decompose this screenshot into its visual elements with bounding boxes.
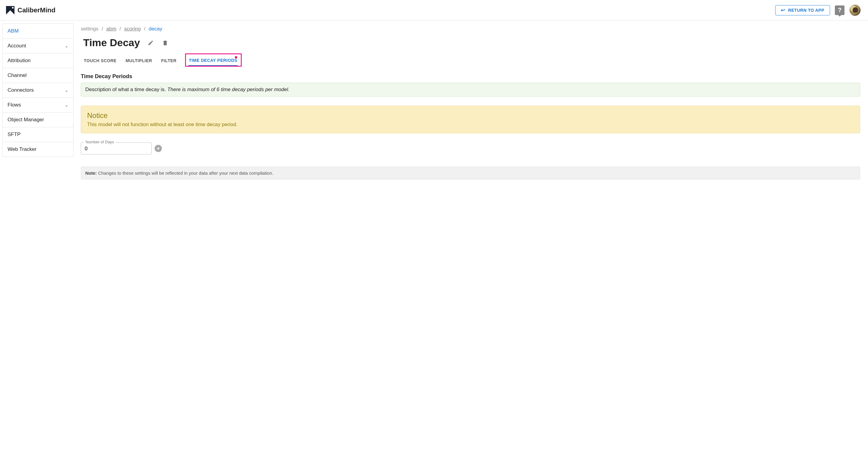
sidebar-item-label: Attribution bbox=[7, 58, 31, 64]
sidebar-item-flows[interactable]: Flows ⌄ bbox=[2, 97, 73, 113]
notice-text: This model will not function without at … bbox=[87, 122, 854, 127]
avatar[interactable] bbox=[849, 4, 861, 16]
trash-icon bbox=[162, 40, 168, 46]
crumb-abm[interactable]: abm bbox=[106, 26, 116, 32]
sidebar-item-channel[interactable]: Channel bbox=[2, 68, 73, 83]
sidebar-item-sftp[interactable]: SFTP bbox=[2, 127, 73, 142]
sidebar-item-attribution[interactable]: Attribution bbox=[2, 53, 73, 68]
page-title: Time Decay bbox=[83, 37, 140, 49]
logo-icon bbox=[6, 6, 14, 15]
header-actions: ↩ RETURN TO APP ? bbox=[775, 4, 861, 16]
sidebar: ABM Account ⌄ Attribution Channel Connec… bbox=[0, 21, 75, 192]
pencil-icon bbox=[148, 40, 154, 46]
description-text: Description of what a time decay is. bbox=[85, 87, 167, 92]
notice-title: Notice bbox=[87, 111, 854, 120]
description-box: Description of what a time decay is. The… bbox=[81, 83, 860, 96]
sidebar-item-object-manager[interactable]: Object Manager bbox=[2, 112, 73, 127]
note-text: Changes to these settings will be reflec… bbox=[97, 170, 273, 176]
tab-time-decay-periods[interactable]: TIME DECAY PERIODS bbox=[188, 55, 238, 66]
main-content: settings / abm / scoring / decay Time De… bbox=[75, 21, 868, 192]
return-label: RETURN TO APP bbox=[788, 8, 824, 13]
tab-highlight-annotation: TIME DECAY PERIODS bbox=[185, 53, 242, 67]
header-brand: CaliberMind bbox=[6, 6, 56, 15]
footer-note: Note: Changes to these settings will be … bbox=[81, 167, 860, 179]
crumb-decay: decay bbox=[149, 26, 162, 32]
sidebar-item-label: Connectors bbox=[7, 87, 34, 93]
tab-multiplier[interactable]: MULTIPLIER bbox=[125, 55, 153, 67]
crumb-settings: settings bbox=[81, 26, 98, 32]
sidebar-item-abm[interactable]: ABM bbox=[2, 24, 73, 39]
tab-touch-score[interactable]: TOUCH SCORE bbox=[83, 55, 117, 67]
sidebar-item-label: Object Manager bbox=[7, 117, 44, 123]
sidebar-item-label: Account bbox=[7, 43, 26, 49]
sidebar-item-account[interactable]: Account ⌄ bbox=[2, 38, 73, 53]
number-of-days-input[interactable] bbox=[85, 146, 148, 152]
number-of-days-field[interactable]: Number of Days bbox=[81, 142, 152, 154]
chevron-down-icon: ⌄ bbox=[65, 44, 68, 48]
note-prefix: Note: bbox=[85, 170, 97, 176]
tabs: TOUCH SCORE MULTIPLIER FILTER TIME DECAY… bbox=[81, 53, 860, 67]
page-title-row: Time Decay bbox=[81, 37, 860, 49]
brand-text: CaliberMind bbox=[18, 6, 56, 14]
add-period-button[interactable]: + bbox=[155, 145, 162, 152]
edit-button[interactable] bbox=[147, 39, 154, 47]
chevron-down-icon: ⌄ bbox=[65, 103, 68, 107]
chevron-down-icon: ⌄ bbox=[65, 88, 68, 93]
section-title: Time Decay Periods bbox=[81, 73, 860, 80]
crumb-scoring[interactable]: scoring bbox=[124, 26, 141, 32]
help-icon[interactable]: ? bbox=[835, 5, 844, 15]
return-arrow-icon: ↩ bbox=[781, 8, 785, 13]
breadcrumb: settings / abm / scoring / decay bbox=[81, 26, 860, 32]
notice-box: Notice This model will not function with… bbox=[81, 106, 860, 133]
days-input-row: Number of Days + bbox=[81, 142, 860, 154]
plus-icon: + bbox=[157, 145, 160, 152]
sidebar-item-label: Web Tracker bbox=[7, 146, 36, 152]
description-emphasis: There is maximum of 6 time decay periods… bbox=[167, 87, 289, 92]
return-to-app-button[interactable]: ↩ RETURN TO APP bbox=[775, 5, 830, 16]
sidebar-item-connectors[interactable]: Connectors ⌄ bbox=[2, 83, 73, 98]
delete-button[interactable] bbox=[161, 39, 169, 47]
sidebar-item-label: SFTP bbox=[7, 132, 21, 138]
sidebar-item-label: ABM bbox=[7, 28, 19, 34]
sidebar-item-label: Channel bbox=[7, 73, 27, 79]
tab-filter[interactable]: FILTER bbox=[161, 55, 177, 67]
sidebar-item-web-tracker[interactable]: Web Tracker bbox=[2, 142, 73, 157]
sidebar-item-label: Flows bbox=[7, 102, 21, 108]
field-label: Number of Days bbox=[84, 140, 116, 144]
app-header: CaliberMind ↩ RETURN TO APP ? bbox=[0, 0, 868, 21]
